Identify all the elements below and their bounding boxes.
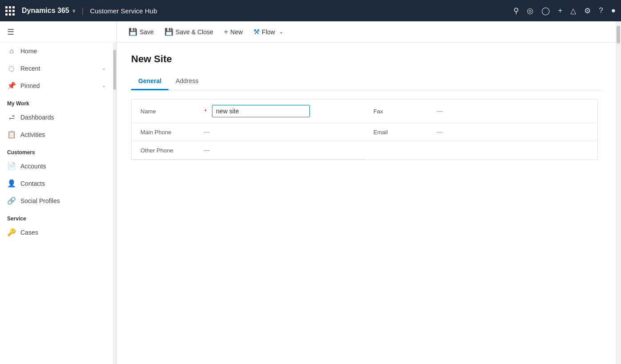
profile-icon[interactable]: ● [611,6,616,15]
sidebar-item-pinned[interactable]: 📌 Pinned ⌄ [0,77,113,94]
sidebar-item-contacts[interactable]: 👤 Contacts [0,175,113,192]
main-phone-label: Main Phone [140,129,198,136]
hub-name-label: Customer Service Hub [90,7,157,15]
target-icon[interactable]: ◎ [527,6,533,16]
email-value: --- [437,128,443,136]
pinned-chevron-icon: ⌄ [102,83,106,88]
new-plus-icon: + [224,28,228,36]
save-button[interactable]: 💾 Save [124,25,158,39]
form-cell-email: Email --- [365,123,597,141]
dashboards-icon: ⥄ [7,113,16,121]
sidebar-item-cases[interactable]: 🔑 Cases [0,224,113,241]
sidebar: ☰ ⌂ Home ◌ Recent ⌄ 📌 Pinned [0,21,117,364]
flow-icon: ⚒ [253,28,260,36]
lightbulb-icon[interactable]: ◯ [541,6,550,16]
cases-icon: 🔑 [7,228,16,236]
form-section-general: Name * Fax --- Main Phone --- Email [131,99,598,160]
accounts-icon: 📄 [7,162,16,170]
pinned-icon: 📌 [7,81,16,90]
form-grid: Name * Fax --- Main Phone --- Email [132,100,597,160]
tab-address[interactable]: Address [168,73,205,90]
form-cell-main-phone: Main Phone --- [132,123,365,141]
sidebar-item-activities[interactable]: 📋 Activities [0,126,113,143]
sidebar-scrollbar-thumb [113,50,116,90]
content-scrollbar-thumb [617,26,620,44]
sidebar-scroll: ⌂ Home ◌ Recent ⌄ 📌 Pinned ⌄ My Work [0,43,113,364]
app-chevron-icon: ∨ [72,8,76,14]
section-header-customers: Customers [0,143,113,157]
search-icon[interactable]: ⚲ [513,6,519,16]
app-name-button[interactable]: Dynamics 365 ∨ [22,7,76,15]
new-button[interactable]: + New [220,25,247,39]
name-input[interactable] [212,105,310,117]
form-tabs: General Address [131,73,601,90]
hamburger-menu-icon[interactable]: ☰ [7,27,14,37]
form-cell-other-phone: Other Phone --- [132,141,365,160]
save-close-icon: 💾 [164,28,173,36]
contacts-icon: 👤 [7,179,16,188]
sidebar-header: ☰ [0,21,116,43]
recent-chevron-icon: ⌄ [102,65,106,71]
section-header-my-work: My Work [0,94,113,108]
home-icon: ⌂ [7,47,16,55]
help-icon[interactable]: ? [599,6,603,15]
flow-button[interactable]: ⚒ Flow ⌄ [249,25,288,39]
top-navigation-bar: Dynamics 365 ∨ | Customer Service Hub ⚲ … [0,0,621,21]
sidebar-scrollbar[interactable] [113,43,116,364]
nav-separator: | [82,6,84,16]
form-content: New Site General Address Name * Fax [117,43,616,364]
fax-label: Fax [373,108,431,115]
form-cell-fax: Fax --- [365,100,597,123]
sidebar-item-recent[interactable]: ◌ Recent ⌄ [0,60,113,77]
app-launcher-icon[interactable] [5,6,15,16]
section-header-service: Service [0,209,113,224]
name-label: Name [140,108,198,115]
content-area: 💾 Save 💾 Save & Close + New ⚒ Flow ⌄ New… [117,21,616,364]
tab-general[interactable]: General [131,73,168,90]
toolbar: 💾 Save 💾 Save & Close + New ⚒ Flow ⌄ [117,21,616,43]
create-icon[interactable]: + [558,6,562,15]
sidebar-item-social-profiles[interactable]: 🔗 Social Profiles [0,192,113,209]
fax-value: --- [437,108,443,115]
save-icon: 💾 [128,28,137,36]
activities-icon: 📋 [7,130,16,139]
form-cell-name: Name * [132,100,365,123]
settings-icon[interactable]: ⚙ [584,6,591,16]
social-profiles-icon: 🔗 [7,196,16,205]
recent-icon: ◌ [7,64,16,72]
save-close-button[interactable]: 💾 Save & Close [160,25,218,39]
main-phone-value: --- [204,128,210,136]
sidebar-item-home[interactable]: ⌂ Home [0,43,113,60]
other-phone-label: Other Phone [140,147,198,154]
email-label: Email [373,129,431,136]
sidebar-item-accounts[interactable]: 📄 Accounts [0,157,113,175]
form-title: New Site [131,53,601,65]
other-phone-value: --- [204,147,210,154]
filter-icon[interactable]: △ [570,6,576,16]
required-indicator: * [204,108,207,115]
sidebar-item-dashboards[interactable]: ⥄ Dashboards [0,108,113,126]
content-scrollbar[interactable] [616,21,621,364]
flow-chevron-icon: ⌄ [279,29,283,35]
form-cell-empty [365,141,597,160]
